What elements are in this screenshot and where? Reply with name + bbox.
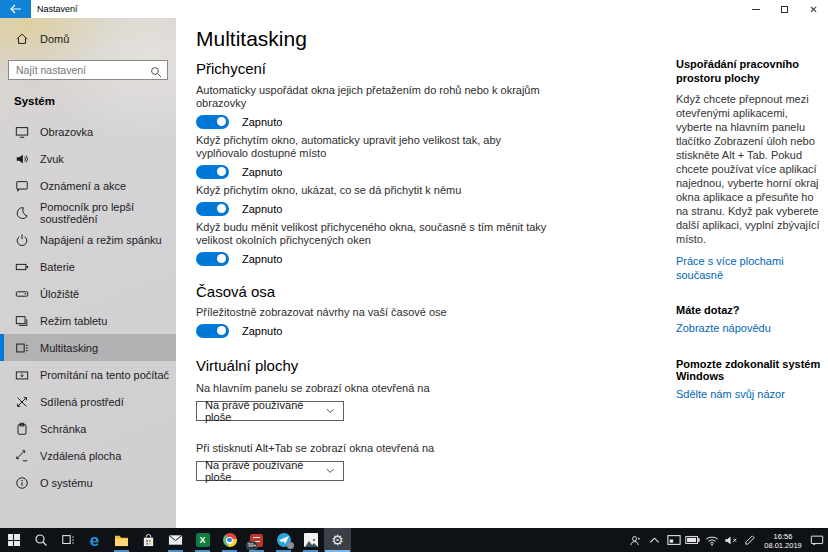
minimize-icon bbox=[752, 9, 760, 10]
sidebar-item-label: Baterie bbox=[40, 261, 75, 273]
sidebar-item-label: Režim tabletu bbox=[40, 315, 107, 327]
toggle-row: Zapnuto bbox=[196, 164, 662, 179]
help-link-multiple-desktops[interactable]: Práce s více plochami současně bbox=[676, 254, 821, 282]
sidebar-item-multitasking[interactable]: Multitasking bbox=[0, 334, 176, 361]
toggle-row: Zapnuto bbox=[196, 323, 662, 338]
task-view-button[interactable] bbox=[54, 528, 81, 552]
system-tray: 16:56 08.01.2019 bbox=[626, 528, 828, 552]
pen-icon bbox=[744, 534, 756, 546]
sidebar-nav: Obrazovka Zvuk Oznámení a akce bbox=[0, 118, 176, 496]
sidebar-item-remote-desktop[interactable]: Vzdálená plocha bbox=[0, 442, 176, 469]
toggle-row: Zapnuto bbox=[196, 114, 662, 129]
red-book-app-icon: 99+ bbox=[250, 534, 263, 547]
question-heading: Máte dotaz? bbox=[676, 304, 821, 316]
excel-icon: X bbox=[196, 533, 210, 547]
sidebar-item-storage[interactable]: Úložiště bbox=[0, 280, 176, 307]
taskbar-windows-dropdown[interactable]: Na právě používané ploše bbox=[196, 401, 344, 421]
help-panel: Uspořádání pracovního prostoru plochy Kd… bbox=[676, 57, 821, 400]
snap-resize-adjacent-toggle[interactable] bbox=[196, 252, 229, 266]
taskbar-chrome-icon[interactable] bbox=[216, 528, 243, 552]
sidebar-item-label: Úložiště bbox=[40, 288, 79, 300]
sidebar-item-tablet-mode[interactable]: Režim tabletu bbox=[0, 307, 176, 334]
taskbar-telegram-icon[interactable] bbox=[270, 528, 297, 552]
tray-pen-button[interactable] bbox=[740, 528, 759, 552]
window-title: Nastavení bbox=[37, 4, 78, 14]
sidebar-item-power-sleep[interactable]: Napájení a režim spánku bbox=[0, 226, 176, 253]
taskbar-reader-app-icon[interactable]: 99+ bbox=[243, 528, 270, 552]
sidebar-item-label: Pomocník pro lepší soustředění bbox=[40, 201, 176, 225]
sidebar-item-projecting[interactable]: Promítání na tento počítač bbox=[0, 361, 176, 388]
search-input[interactable] bbox=[8, 60, 168, 80]
store-icon bbox=[142, 534, 155, 547]
snap-autosize-toggle[interactable] bbox=[196, 165, 229, 179]
action-center-button[interactable] bbox=[807, 528, 826, 552]
taskbar-mail-icon[interactable] bbox=[162, 528, 189, 552]
setting-label: Když přichytím okno, ukázat, co se dá př… bbox=[196, 184, 554, 197]
tray-date: 08.01.2019 bbox=[759, 542, 807, 551]
taskbar-file-explorer-icon[interactable] bbox=[108, 528, 135, 552]
sidebar-item-about[interactable]: O systému bbox=[0, 469, 176, 496]
snap-arrange-toggle[interactable] bbox=[196, 115, 229, 129]
taskbar-search-button[interactable] bbox=[27, 528, 54, 552]
sidebar-item-focus-assist[interactable]: Pomocník pro lepší soustředění bbox=[0, 199, 176, 226]
storage-icon bbox=[14, 286, 29, 301]
section-heading-virtual-desktops: Virtuální plochy bbox=[196, 357, 662, 375]
tray-clock[interactable]: 16:56 08.01.2019 bbox=[759, 530, 807, 550]
sidebar: Domů Systém Obrazovka bbox=[0, 18, 176, 528]
sidebar-item-sound[interactable]: Zvuk bbox=[0, 145, 176, 172]
chevron-down-icon bbox=[326, 408, 335, 414]
help-heading: Uspořádání pracovního prostoru plochy bbox=[676, 57, 821, 85]
sidebar-item-shared-experiences[interactable]: Sdílená prostředí bbox=[0, 388, 176, 415]
tray-volume-button[interactable] bbox=[721, 528, 740, 552]
volume-muted-icon bbox=[724, 535, 738, 546]
back-button[interactable] bbox=[0, 0, 31, 18]
maximize-icon bbox=[781, 6, 788, 13]
back-arrow-icon bbox=[10, 4, 22, 14]
taskbar-store-icon[interactable] bbox=[135, 528, 162, 552]
sidebar-item-label: O systému bbox=[40, 477, 93, 489]
snap-assist-toggle[interactable] bbox=[196, 202, 229, 216]
timeline-suggestions-toggle[interactable] bbox=[196, 324, 229, 338]
tray-overflow-button[interactable] bbox=[645, 528, 664, 552]
alt-tab-windows-dropdown[interactable]: Na právě používané ploše bbox=[196, 461, 344, 481]
taskbar-excel-icon[interactable]: X bbox=[189, 528, 216, 552]
sidebar-item-label: Zvuk bbox=[40, 153, 64, 165]
get-help-link[interactable]: Zobrazte nápovědu bbox=[676, 322, 821, 334]
notification-badge: 99+ bbox=[246, 541, 258, 550]
file-explorer-icon bbox=[114, 534, 129, 547]
maximize-button[interactable] bbox=[770, 0, 799, 18]
help-body: Když chcete přepnout mezi otevřenými apl… bbox=[676, 92, 821, 246]
feedback-link[interactable]: Sdělte nám svůj názor bbox=[676, 388, 821, 400]
taskbar-photos-icon[interactable] bbox=[297, 528, 324, 552]
sidebar-item-notifications[interactable]: Oznámení a akce bbox=[0, 172, 176, 199]
sidebar-item-display[interactable]: Obrazovka bbox=[0, 118, 176, 145]
dropdown-label: Při stisknutí Alt+Tab se zobrazí okna ot… bbox=[196, 442, 662, 454]
toggle-state-label: Zapnuto bbox=[242, 253, 282, 265]
sidebar-item-battery[interactable]: Baterie bbox=[0, 253, 176, 280]
windows-logo-icon bbox=[8, 534, 20, 546]
gear-icon: ⚙ bbox=[331, 533, 344, 547]
minimize-button[interactable] bbox=[741, 0, 770, 18]
sidebar-item-clipboard[interactable]: Schránka bbox=[0, 415, 176, 442]
setting-label: Když přichytím okno, automaticky upravit… bbox=[196, 134, 554, 160]
taskbar-settings-icon[interactable]: ⚙ bbox=[324, 528, 351, 552]
search-box bbox=[8, 60, 168, 80]
settings-window-body: Domů Systém Obrazovka bbox=[0, 18, 828, 528]
taskbar: e X 99+ ⚙ bbox=[0, 528, 828, 552]
taskbar-edge-icon[interactable]: e bbox=[81, 528, 108, 552]
tray-tablet-button[interactable] bbox=[664, 528, 683, 552]
close-button[interactable]: ✕ bbox=[799, 0, 828, 18]
page-title: Multitasking bbox=[196, 26, 662, 52]
tray-network-button[interactable] bbox=[702, 528, 721, 552]
feedback-heading: Pomozte zdokonalit systém Windows bbox=[676, 358, 821, 382]
section-heading-timeline: Časová osa bbox=[196, 283, 662, 301]
tray-battery-button[interactable] bbox=[683, 528, 702, 552]
sidebar-item-label: Multitasking bbox=[40, 342, 98, 354]
sidebar-item-label: Vzdálená plocha bbox=[40, 450, 121, 462]
start-button[interactable] bbox=[0, 528, 27, 552]
dropdown-value: Na právě používané ploše bbox=[205, 459, 326, 483]
tray-people-button[interactable] bbox=[626, 528, 645, 552]
telegram-icon bbox=[277, 533, 291, 547]
sidebar-item-home[interactable]: Domů bbox=[0, 28, 176, 50]
sidebar-item-label: Sdílená prostředí bbox=[40, 396, 124, 408]
